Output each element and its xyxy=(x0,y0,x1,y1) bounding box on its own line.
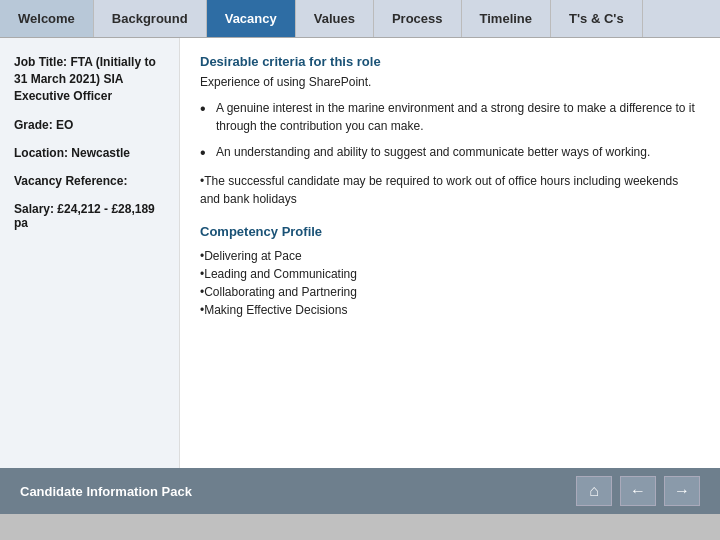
competency-item-4: •Making Effective Decisions xyxy=(200,303,700,317)
forward-button[interactable]: → xyxy=(664,476,700,506)
back-button[interactable]: ← xyxy=(620,476,656,506)
tab-process[interactable]: Process xyxy=(374,0,462,37)
bullet-dot-1: • xyxy=(200,99,216,118)
tab-vacancy[interactable]: Vacancy xyxy=(207,0,296,37)
bullet-text-1: A genuine interest in the marine environ… xyxy=(216,99,700,135)
grade-field: Grade: EO xyxy=(14,118,165,132)
bullet-item-1: • A genuine interest in the marine envir… xyxy=(200,99,700,135)
desirable-title: Desirable criteria for this role xyxy=(200,54,700,69)
tab-welcome[interactable]: Welcome xyxy=(0,0,94,37)
content-panel: Desirable criteria for this role Experie… xyxy=(180,38,720,468)
back-icon: ← xyxy=(630,482,646,500)
bullet-text-2: An understanding and ability to suggest … xyxy=(216,143,700,161)
competency-item-2: •Leading and Communicating xyxy=(200,267,700,281)
footer-bar: Candidate Information Pack ⌂ ← → xyxy=(0,468,720,514)
competency-item-1: •Delivering at Pace xyxy=(200,249,700,263)
salary-field: Salary: £24,212 - £28,189 pa xyxy=(14,202,165,230)
tab-values[interactable]: Values xyxy=(296,0,374,37)
tab-background[interactable]: Background xyxy=(94,0,207,37)
intro-text: Experience of using SharePoint. xyxy=(200,75,700,89)
bullet-item-2: • An understanding and ability to sugges… xyxy=(200,143,700,162)
reference-field: Vacancy Reference: xyxy=(14,174,165,188)
home-icon: ⌂ xyxy=(589,482,599,500)
bullet-dot-2: • xyxy=(200,143,216,162)
home-button[interactable]: ⌂ xyxy=(576,476,612,506)
forward-icon: → xyxy=(674,482,690,500)
footer-label: Candidate Information Pack xyxy=(20,484,192,499)
tab-timeline[interactable]: Timeline xyxy=(462,0,552,37)
location-field: Location: Newcastle xyxy=(14,146,165,160)
navigation-bar: Welcome Background Vacancy Values Proces… xyxy=(0,0,720,38)
competency-title: Competency Profile xyxy=(200,224,700,239)
note-text: •The successful candidate may be require… xyxy=(200,172,700,208)
main-content: Job Title: FTA (Initially to 31 March 20… xyxy=(0,38,720,468)
footer-icons: ⌂ ← → xyxy=(576,476,700,506)
sidebar: Job Title: FTA (Initially to 31 March 20… xyxy=(0,38,180,468)
tab-tc[interactable]: T's & C's xyxy=(551,0,643,37)
competency-item-3: •Collaborating and Partnering xyxy=(200,285,700,299)
job-title: Job Title: FTA (Initially to 31 March 20… xyxy=(14,54,165,104)
